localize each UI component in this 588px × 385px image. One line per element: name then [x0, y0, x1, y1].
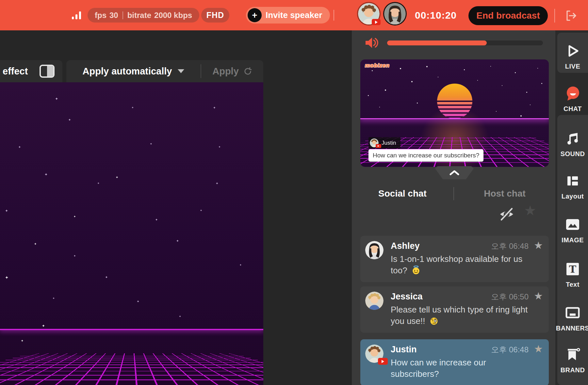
- chat-panel: mobizen Justin How can we increase our s…: [352, 30, 555, 385]
- sidebar-item-label: IMAGE: [562, 236, 584, 244]
- overlay-author: Justin: [382, 140, 396, 146]
- halo-face-emoji: [412, 265, 420, 275]
- sidebar-item-layout[interactable]: Layout: [557, 167, 588, 205]
- brand-bookmark-icon: [565, 347, 580, 362]
- sidebar-item-brand[interactable]: BRAND: [557, 341, 588, 379]
- broadcast-topbar: fps 30 bitrate 2000 kbps FHD + Invite sp…: [0, 0, 588, 30]
- live-play-icon: [565, 43, 580, 58]
- star-sparkle: [216, 182, 218, 184]
- star-sparkle: [496, 111, 497, 112]
- refresh-icon: [243, 67, 252, 76]
- star-sparkle: [18, 146, 21, 148]
- collapse-monitor-tab[interactable]: [435, 166, 474, 179]
- effect-toggle-icon[interactable]: [40, 65, 55, 78]
- star-sparkle: [411, 81, 413, 82]
- star-sparkle: [372, 70, 373, 71]
- chat-text: Please tell us which type of ring lighty…: [391, 304, 542, 327]
- sidebar-item-image[interactable]: IMAGE: [557, 211, 588, 249]
- speaker-volume-icon[interactable]: [364, 36, 379, 50]
- star-sparkle: [385, 89, 386, 91]
- star-sparkle: [530, 104, 531, 105]
- star-sparkle: [464, 69, 465, 70]
- sidebar-item-text[interactable]: T Text: [557, 255, 588, 294]
- favorite-star-icon[interactable]: ★: [534, 343, 543, 356]
- favorite-star-icon[interactable]: ★: [534, 239, 543, 252]
- star-sparkle: [426, 66, 428, 67]
- live-icon: [565, 42, 580, 60]
- chat-message[interactable]: Justin 오후 06:48 ★ How can we increase ou…: [360, 339, 549, 385]
- star-sparkle: [74, 216, 76, 217]
- star-sparkle: [502, 85, 502, 86]
- chat-text-line: too?: [391, 265, 542, 276]
- image-icon: [565, 216, 580, 233]
- star-sparkle: [132, 106, 134, 108]
- overlay-message: How can we increase our subscribers?: [368, 149, 483, 162]
- speaker-avatar-justin[interactable]: [358, 3, 380, 24]
- sidebar-item-banners[interactable]: BANNERS: [557, 299, 588, 337]
- favorite-star-icon[interactable]: ★: [534, 290, 543, 303]
- invite-speaker-button[interactable]: + Invite speaker: [246, 7, 330, 24]
- image-icon: [565, 217, 580, 232]
- star-sparkle: [520, 115, 522, 117]
- fps-value: 30: [109, 11, 118, 20]
- star-sparkle: [116, 176, 118, 178]
- chat-tab-bar: Social chat Host chat: [352, 186, 555, 201]
- star-sparkle: [179, 315, 181, 317]
- star-sparkle: [69, 119, 71, 121]
- star-sparkle: [53, 297, 55, 299]
- speaker-avatar-host[interactable]: [384, 3, 406, 24]
- star-sparkle: [55, 97, 58, 100]
- favorites-filter-star-icon[interactable]: ★: [524, 204, 536, 217]
- sidebar-item-chat[interactable]: CHAT: [557, 79, 588, 118]
- apply-mode-dropdown[interactable]: Apply automatically: [66, 66, 201, 77]
- chat-message[interactable]: Jessica 오후 06:50 ★ Please tell us which …: [360, 286, 549, 333]
- avatar: [365, 241, 384, 259]
- apply-button-label: Apply: [212, 66, 239, 77]
- star-sparkle: [45, 173, 47, 176]
- star-sparkle: [219, 146, 220, 148]
- star-sparkle: [150, 143, 152, 145]
- signal-strength-icon: [72, 11, 81, 19]
- chat-text: How can we increase oursubscribers?: [391, 357, 542, 380]
- sidebar-item-label: Layout: [562, 193, 584, 200]
- broadcast-monitor[interactable]: mobizen Justin How can we increase our s…: [360, 59, 549, 167]
- chevron-up-icon: [449, 170, 459, 175]
- star-sparkle: [74, 255, 76, 257]
- monocle-face-emoji: [430, 317, 438, 326]
- sidebar-item-live[interactable]: LIVE: [557, 37, 588, 75]
- broadcast-studio-window: fps 30 bitrate 2000 kbps FHD + Invite sp…: [0, 0, 588, 385]
- synthwave-sun: [437, 84, 472, 119]
- tab-social-chat[interactable]: Social chat: [352, 186, 453, 201]
- text-icon: T: [565, 260, 580, 278]
- star-sparkle: [368, 95, 369, 96]
- volume-slider[interactable]: [387, 40, 543, 45]
- tools-sidebar: LIVE CHAT SOUND Layout IMAGE: [555, 30, 588, 385]
- avatar: [365, 292, 384, 310]
- star-sparkle: [200, 209, 202, 211]
- sidebar-item-label: BRAND: [561, 366, 585, 374]
- star-sparkle: [105, 276, 107, 278]
- broadcast-timer: 00:10:20: [410, 0, 461, 30]
- chat-message[interactable]: Ashley 오후 06:48 ★ Is 1-on-1 workshop ava…: [360, 236, 549, 282]
- star-sparkle: [176, 240, 179, 242]
- exit-icon[interactable]: [565, 9, 578, 22]
- hide-chat-icon[interactable]: [499, 207, 514, 221]
- banner-icon: [565, 305, 580, 320]
- sidebar-item-label: CHAT: [564, 105, 582, 113]
- tab-host-chat[interactable]: Host chat: [454, 186, 555, 201]
- brand-icon: [565, 346, 580, 363]
- youtube-badge-icon: [372, 19, 381, 25]
- end-broadcast-button[interactable]: End broadcast: [468, 6, 548, 25]
- chat-text-line: you use!!: [391, 315, 542, 327]
- star-sparkle: [526, 92, 527, 93]
- star-sparkle: [438, 77, 438, 77]
- chat-text-line: subscribers?: [391, 368, 542, 380]
- star-sparkle: [477, 80, 478, 81]
- sidebar-item-sound[interactable]: SOUND: [557, 124, 588, 163]
- apply-button[interactable]: Apply: [201, 66, 263, 77]
- overlay-name-box: Justin: [368, 137, 400, 149]
- star-sparkle: [97, 182, 99, 184]
- star-sparkle: [515, 72, 516, 73]
- apply-bar: Apply automatically Apply: [66, 60, 263, 82]
- star-sparkle: [34, 243, 37, 245]
